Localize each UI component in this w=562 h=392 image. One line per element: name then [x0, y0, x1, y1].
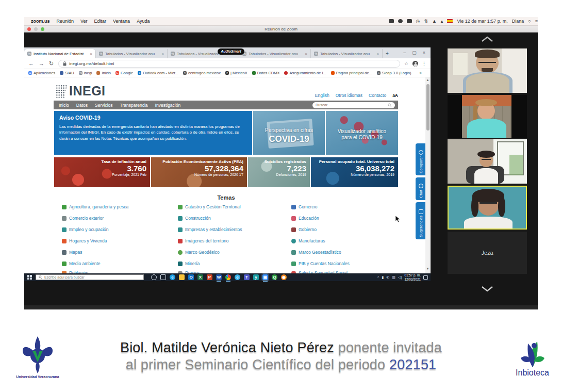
- menu-reunion[interactable]: Reunión: [57, 19, 74, 24]
- bookmark-aseguramiento[interactable]: Aseguramiento de I...: [284, 71, 326, 75]
- scroll-up-arrow[interactable]: ▲: [425, 78, 430, 81]
- tema-comercio-exterior[interactable]: Comercio exterior: [62, 216, 104, 221]
- link-contacto[interactable]: Contacto: [369, 93, 386, 98]
- profile-avatar[interactable]: [412, 61, 418, 67]
- nav-transparencia[interactable]: Transparencia: [120, 103, 148, 108]
- action-center-icon[interactable]: [423, 275, 428, 280]
- tab-close-icon[interactable]: ×: [90, 52, 92, 56]
- nav-investigacion[interactable]: Investigación: [155, 103, 181, 108]
- camera-icon[interactable]: [407, 19, 412, 23]
- visualizador-covid-tile[interactable]: Visualizador analítico para el COVID-19: [326, 111, 398, 155]
- bookmark-centrogeo[interactable]: ✕centrogeo mexicox: [183, 71, 221, 75]
- tab-tabulados-3[interactable]: % Tabulados - Visualizador anu ×: [239, 49, 311, 58]
- qgis-icon[interactable]: Q: [272, 274, 277, 280]
- chrome-icon[interactable]: [225, 274, 231, 280]
- menu-editar[interactable]: Editar: [94, 19, 107, 24]
- bookmark-aplicaciones[interactable]: ⊞Aplicaciones: [28, 71, 55, 75]
- compass-app-icon[interactable]: ◉: [281, 274, 287, 280]
- tab-close-icon[interactable]: ×: [162, 52, 164, 56]
- window-close-button[interactable]: ×: [423, 50, 425, 55]
- bookmark-siau[interactable]: SIAU: [60, 71, 74, 75]
- dropbox-icon[interactable]: [398, 19, 403, 23]
- eject-icon[interactable]: ▴: [441, 19, 443, 24]
- covid-aviso-panel[interactable]: Aviso COVID-19 Las medidas derivadas de …: [54, 111, 252, 155]
- tema-manufacturas[interactable]: Manufacturas: [291, 238, 325, 243]
- zoom-app-icon[interactable]: ▣: [262, 274, 268, 280]
- link-english[interactable]: English: [315, 93, 329, 98]
- volume-icon[interactable]: ◁): [398, 275, 402, 280]
- bookmark-outlook[interactable]: oOutlook.com - Micr...: [138, 71, 178, 75]
- bookmarks-overflow-chevron[interactable]: »: [420, 71, 422, 75]
- tema-mapas[interactable]: Mapas: [62, 250, 82, 255]
- inegi-logo[interactable]: INEGI: [56, 84, 106, 99]
- sugerencias-side-tab[interactable]: Sugerencias: [416, 202, 426, 239]
- tema-mineria[interactable]: Minería: [178, 261, 200, 266]
- bookmark-star-icon[interactable]: ☆: [404, 61, 408, 66]
- taskbar-clock[interactable]: 01:57 p. m. 12/03/2021: [404, 273, 421, 282]
- excel-icon[interactable]: X: [197, 274, 203, 280]
- browser-menu-icon[interactable]: ⋮: [422, 61, 426, 66]
- tema-marco-geodesico[interactable]: Marco Geodésico: [178, 250, 220, 255]
- powerpoint-icon[interactable]: P: [207, 274, 212, 280]
- scroll-down-arrow[interactable]: ▼: [425, 267, 430, 270]
- ys-app-icon[interactable]: y: [253, 274, 259, 280]
- tema-educacion[interactable]: Educación: [291, 216, 319, 221]
- tab-close-icon[interactable]: ×: [305, 52, 307, 56]
- outlook-icon[interactable]: O: [188, 274, 194, 280]
- participant-video-1[interactable]: [448, 48, 527, 93]
- cortana-icon[interactable]: [151, 274, 157, 280]
- menu-zoomus[interactable]: zoom.us: [31, 19, 50, 24]
- bookmark-inegi[interactable]: %inegi: [79, 71, 92, 75]
- tema-hogares[interactable]: Hogares y Vivienda: [62, 238, 107, 243]
- new-tab-button[interactable]: +: [386, 51, 389, 56]
- keyboard-flag-icon[interactable]: [447, 19, 453, 23]
- sync-icon[interactable]: ⇅: [424, 19, 428, 24]
- participants-scroll-up[interactable]: [448, 36, 527, 42]
- participant-video-3[interactable]: [448, 139, 527, 184]
- taskbar-search-input[interactable]: [44, 275, 141, 279]
- inegi-search-box[interactable]: [312, 102, 395, 108]
- network-icon[interactable]: ▥: [392, 275, 395, 280]
- word-icon[interactable]: W: [216, 274, 222, 280]
- reload-button[interactable]: ↻: [49, 60, 54, 67]
- participants-scroll-down[interactable]: [448, 286, 527, 292]
- taskbar-search-box[interactable]: [36, 274, 144, 280]
- bookmark-inicio[interactable]: Inicio: [96, 71, 111, 75]
- edge-icon[interactable]: e: [170, 274, 175, 280]
- tema-empresas[interactable]: Empresas y establecimientos: [178, 227, 242, 232]
- inegi-search-input[interactable]: [316, 103, 388, 107]
- tema-medio-ambiente[interactable]: Medio ambiente: [62, 261, 100, 266]
- bookmark-pagina-principal[interactable]: Página principal de...: [331, 71, 372, 75]
- nav-servicios[interactable]: Servicios: [95, 103, 112, 108]
- nav-inicio[interactable]: Inicio: [59, 103, 69, 108]
- participant-video-2[interactable]: [448, 95, 527, 138]
- tema-empleo[interactable]: Empleo y ocupación: [62, 227, 109, 232]
- chat-side-tab[interactable]: Chat: [416, 177, 426, 200]
- spotlight-icon[interactable]: ○: [528, 19, 531, 24]
- window-minimize-button[interactable]: –: [403, 50, 406, 55]
- start-button[interactable]: [27, 275, 32, 280]
- participant-video-jeza[interactable]: Jeza: [448, 232, 527, 274]
- tema-imagenes-territorio[interactable]: Imágenes del territorio: [178, 238, 229, 243]
- menu-ayuda[interactable]: Ayuda: [137, 19, 150, 24]
- stat-pea[interactable]: Población Económicamente Activa (PEA) 57…: [151, 157, 247, 187]
- stat-suicidios[interactable]: Suicidios registrados 7,223 Defunciones,…: [248, 157, 310, 187]
- tab-tabulados-1[interactable]: % Tabulados - Visualizador anu ×: [96, 49, 168, 58]
- menu-ventana[interactable]: Ventana: [113, 19, 130, 24]
- stat-personal-ocupado[interactable]: Personal ocupado total. Universo total 3…: [311, 157, 398, 187]
- file-explorer-icon[interactable]: [179, 274, 185, 280]
- phone-icon[interactable]: ✆: [386, 275, 389, 280]
- clock-icon[interactable]: ◷: [416, 19, 420, 24]
- scrollbar-thumb[interactable]: [426, 84, 429, 130]
- perspectiva-covid-tile[interactable]: Perspectiva en cifras COVID-19: [253, 111, 325, 155]
- menu-ver[interactable]: Ver: [80, 19, 88, 24]
- forward-button[interactable]: →: [39, 60, 44, 67]
- tema-gobierno[interactable]: Gobierno: [291, 227, 317, 232]
- menubar-datetime[interactable]: Vie 12 de mar 1:57 p. m.: [457, 19, 507, 24]
- tab-inegi[interactable]: % Instituto Nacional de Estadíst ×: [24, 49, 96, 58]
- task-view-icon[interactable]: [160, 274, 166, 280]
- back-button[interactable]: ←: [28, 60, 34, 67]
- tema-marco-geoestadistico[interactable]: Marco Geoestadístico: [291, 250, 341, 255]
- nav-datos[interactable]: Datos: [76, 103, 88, 108]
- screen-mirroring-icon[interactable]: [389, 19, 394, 23]
